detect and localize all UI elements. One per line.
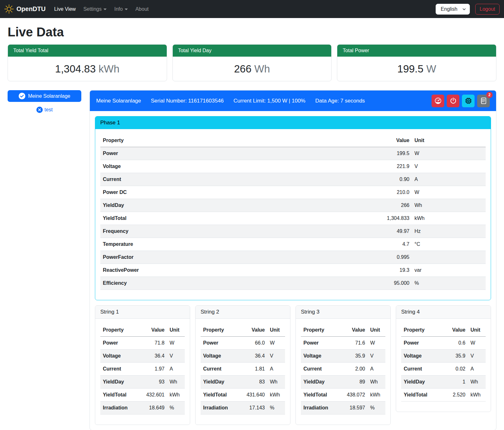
value-cell: 2.520	[440, 389, 468, 402]
summary-cards-row: Total Yield Total 1,304.83kWh Total Yiel…	[8, 44, 496, 81]
inverter-tab-inactive[interactable]: test	[8, 107, 81, 113]
property-cell: Efficiency	[100, 277, 368, 290]
table-row: Voltage36.4V	[201, 350, 285, 363]
table-row: Irradiation17.143%	[201, 402, 285, 414]
unit-cell: %	[167, 402, 185, 414]
nav-item-live-view[interactable]: Live View	[52, 4, 78, 15]
value-column-header: Value	[340, 324, 368, 337]
value-cell: 2.00	[340, 363, 368, 376]
property-cell: Current	[401, 363, 440, 376]
inverter-card: Meine Solaranlage Serial Number: 1161716…	[90, 90, 496, 430]
unit-cell: Wh	[167, 376, 185, 389]
power-settings-button[interactable]	[447, 95, 459, 107]
string-3-table: Property Value Unit Power71.6WVoltage35.…	[301, 324, 385, 414]
event-log-button[interactable]: 2	[477, 95, 490, 107]
page-title: Live Data	[8, 24, 496, 40]
value-cell: 1,304.833	[368, 212, 412, 225]
string-2-table: Property Value Unit Power66.0WVoltage36.…	[201, 324, 285, 414]
property-cell: Voltage	[301, 350, 340, 363]
string-4-panel: String 4 Property Value Unit	[396, 305, 491, 412]
value-cell: 0.90	[368, 173, 412, 186]
table-header-row: Property Value Unit	[201, 324, 285, 337]
inverter-tab-active[interactable]: Meine Solaranlage	[8, 90, 81, 102]
power-icon	[450, 97, 457, 104]
property-cell: Power	[100, 337, 139, 350]
value-cell: 89	[340, 376, 368, 389]
total-yield-total-card: Total Yield Total 1,304.83kWh	[8, 44, 167, 81]
table-row: YieldTotal1,304.833kWh	[100, 212, 486, 225]
language-select[interactable]: English	[436, 4, 470, 15]
strings-row: String 1 Property Value Unit	[95, 305, 491, 425]
table-row: YieldDay93Wh	[100, 376, 185, 389]
cpu-icon	[465, 97, 472, 104]
table-row: YieldDay266Wh	[100, 199, 486, 212]
unit-cell: W	[412, 147, 486, 160]
unit-cell: kWh	[468, 389, 486, 402]
table-row: Power DC210.0W	[100, 186, 486, 199]
table-row: YieldTotal432.601kWh	[100, 389, 185, 402]
table-row: Power71.6W	[301, 337, 385, 350]
string-2-panel: String 2 Property Value Unit	[195, 305, 290, 425]
value-cell: 266	[368, 199, 412, 212]
string-panel-title: String 3	[296, 306, 390, 319]
table-row: YieldTotal438.072kWh	[301, 389, 385, 402]
value-cell: 19.3	[368, 264, 412, 277]
nav-item-info[interactable]: Info	[112, 4, 130, 15]
check-circle-icon	[19, 93, 25, 99]
value-cell: 438.072	[340, 389, 368, 402]
logout-button[interactable]: Logout	[475, 4, 500, 15]
value-cell: 36.4	[240, 350, 267, 363]
app-brand[interactable]: OpenDTU	[4, 4, 46, 14]
nav-links: Live View Settings Info About	[50, 4, 152, 15]
property-cell: Power DC	[100, 186, 368, 199]
value-cell: 210.0	[368, 186, 412, 199]
property-cell: Temperature	[100, 238, 368, 251]
app-title: OpenDTU	[16, 5, 46, 13]
unit-cell: Wh	[412, 199, 486, 212]
unit-cell: A	[267, 363, 285, 376]
nav-item-about[interactable]: About	[133, 4, 151, 15]
unit-column-header: Unit	[368, 324, 385, 337]
value-cell: 0.995	[368, 251, 412, 264]
inverter-serial: Serial Number: 116171603546	[151, 98, 224, 104]
value-cell: 71.6	[340, 337, 368, 350]
nav-item-settings[interactable]: Settings	[81, 4, 109, 15]
property-cell: Power	[301, 337, 340, 350]
property-cell: Power	[401, 337, 440, 350]
property-cell: Current	[201, 363, 240, 376]
property-column-header: Property	[201, 324, 240, 337]
property-cell: Current	[100, 363, 139, 376]
property-column-header: Property	[401, 324, 440, 337]
value-cell: 432.601	[139, 389, 167, 402]
property-cell: Power	[201, 337, 240, 350]
unit-cell: V	[468, 350, 486, 363]
property-cell: Irradiation	[201, 402, 240, 414]
unit-cell: A	[167, 363, 185, 376]
unit-cell: kWh	[267, 389, 285, 402]
value-cell: 36.4	[139, 350, 167, 363]
speedometer-icon	[434, 97, 442, 104]
string-1-panel: String 1 Property Value Unit	[95, 305, 190, 425]
table-row: Voltage35.9V	[301, 350, 385, 363]
unit-cell: kWh	[412, 212, 486, 225]
property-cell: YieldTotal	[301, 389, 340, 402]
string-panel-title: String 4	[396, 306, 491, 319]
unit-cell: W	[267, 337, 285, 350]
table-row: Voltage36.4V	[100, 350, 185, 363]
value-cell: 0.02	[440, 363, 468, 376]
property-cell: Irradiation	[301, 402, 340, 414]
value-column-header: Value	[139, 324, 167, 337]
value-cell: 1.97	[139, 363, 167, 376]
inverter-limit: Current Limit: 1,500 W | 100%	[233, 98, 305, 104]
unit-cell: kWh	[368, 389, 385, 402]
journal-text-icon	[480, 97, 487, 104]
language-select-wrap: English	[436, 4, 470, 15]
card-unit: W	[426, 63, 436, 75]
string-4-table: Property Value Unit Power0.6WVoltage35.9…	[401, 324, 486, 402]
unit-cell: V	[167, 350, 185, 363]
property-column-header: Property	[100, 324, 139, 337]
property-cell: Frequency	[100, 225, 368, 238]
table-row: Current1.97A	[100, 363, 185, 376]
device-info-button[interactable]	[462, 95, 475, 107]
limit-settings-button[interactable]	[432, 95, 444, 107]
